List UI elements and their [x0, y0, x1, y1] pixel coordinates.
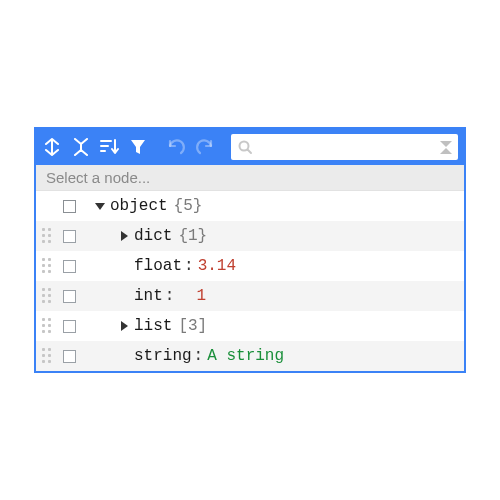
node-value[interactable]: 1 — [196, 287, 206, 305]
node-count: [3] — [178, 317, 207, 335]
node-count: {5} — [174, 197, 203, 215]
select-checkbox[interactable] — [58, 290, 80, 303]
expand-all-icon — [43, 138, 61, 156]
sort-icon — [99, 138, 119, 156]
filter-button[interactable] — [128, 133, 149, 161]
select-checkbox[interactable] — [58, 350, 80, 363]
select-checkbox[interactable] — [58, 260, 80, 273]
redo-button[interactable] — [194, 133, 215, 161]
svg-line-7 — [248, 150, 252, 154]
filter-icon — [129, 138, 147, 156]
node-value[interactable]: A string — [207, 347, 284, 365]
expand-toggle[interactable] — [114, 231, 134, 241]
colon: : — [165, 287, 175, 305]
colon: : — [194, 347, 204, 365]
node-key: string — [134, 347, 192, 365]
undo-icon — [166, 138, 186, 156]
json-editor-panel: Select a node... object {5} dict {1} — [34, 127, 466, 373]
drag-handle[interactable] — [36, 348, 58, 364]
json-tree: object {5} dict {1} float — [36, 191, 464, 371]
search-field[interactable] — [231, 134, 458, 160]
node-key: dict — [134, 227, 172, 245]
search-sort-toggle[interactable] — [440, 141, 452, 154]
select-checkbox[interactable] — [58, 230, 80, 243]
node-key: object — [110, 197, 168, 215]
colon: : — [184, 257, 194, 275]
tree-row[interactable]: float : 3.14 — [36, 251, 464, 281]
redo-icon — [195, 138, 215, 156]
toolbar — [36, 129, 464, 165]
select-checkbox[interactable] — [58, 200, 80, 213]
node-key: list — [134, 317, 172, 335]
drag-handle[interactable] — [36, 228, 58, 244]
drag-handle[interactable] — [36, 258, 58, 274]
select-checkbox[interactable] — [58, 320, 80, 333]
tree-root-row[interactable]: object {5} — [36, 191, 464, 221]
expand-toggle[interactable] — [114, 321, 134, 331]
tree-row[interactable]: dict {1} — [36, 221, 464, 251]
chevron-down-icon — [440, 141, 452, 147]
tree-row[interactable]: int : 1 — [36, 281, 464, 311]
tree-row[interactable]: string : A string — [36, 341, 464, 371]
chevron-up-icon — [440, 148, 452, 154]
search-icon — [237, 139, 253, 155]
node-count: {1} — [178, 227, 207, 245]
node-key: float — [134, 257, 182, 275]
node-value[interactable]: 3.14 — [198, 257, 236, 275]
collapse-all-button[interactable] — [71, 133, 92, 161]
undo-button[interactable] — [166, 133, 187, 161]
expand-all-button[interactable] — [42, 133, 63, 161]
drag-handle[interactable] — [36, 318, 58, 334]
collapse-all-icon — [72, 138, 90, 156]
node-key: int — [134, 287, 163, 305]
search-input[interactable] — [253, 139, 436, 155]
breadcrumb[interactable]: Select a node... — [36, 165, 464, 191]
drag-handle[interactable] — [36, 288, 58, 304]
sort-button[interactable] — [99, 133, 120, 161]
tree-row[interactable]: list [3] — [36, 311, 464, 341]
expand-toggle[interactable] — [90, 203, 110, 210]
